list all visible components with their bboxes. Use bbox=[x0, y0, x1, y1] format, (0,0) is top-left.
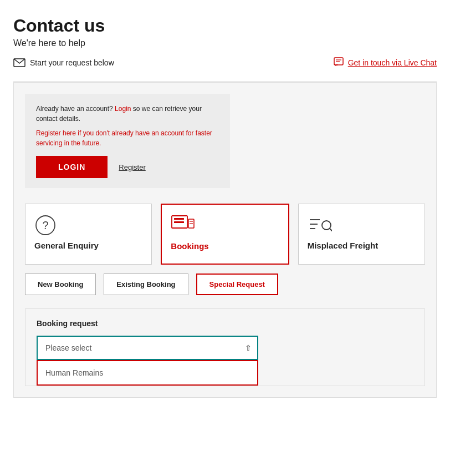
category-cards: ? General Enquiry Bookings bbox=[25, 204, 425, 265]
envelope-icon bbox=[13, 58, 25, 67]
category-card-general-enquiry[interactable]: ? General Enquiry bbox=[25, 204, 152, 265]
existing-booking-button[interactable]: Existing Booking bbox=[104, 274, 188, 295]
sub-buttons: New Booking Existing Booking Special Req… bbox=[25, 274, 425, 295]
booking-request-label: Booking request bbox=[37, 319, 413, 328]
login-row: LOGIN Register bbox=[36, 156, 219, 178]
bookings-icon bbox=[171, 215, 193, 235]
svg-rect-7 bbox=[174, 218, 184, 220]
login-box: Already have an account? Login so we can… bbox=[25, 94, 230, 188]
bookings-label: Bookings bbox=[171, 241, 208, 251]
chat-icon bbox=[334, 57, 345, 68]
general-enquiry-label: General Enquiry bbox=[34, 241, 99, 250]
page-title: Contact us bbox=[13, 16, 437, 36]
svg-rect-8 bbox=[174, 221, 184, 223]
live-chat-label[interactable]: Get in touch via Live Chat bbox=[348, 58, 437, 67]
start-request: Start your request below bbox=[13, 58, 114, 67]
category-card-bookings[interactable]: Bookings bbox=[161, 204, 289, 265]
login-button[interactable]: LOGIN bbox=[36, 156, 108, 178]
main-section: Already have an account? Login so we can… bbox=[13, 82, 437, 398]
top-bar: Start your request below Get in touch vi… bbox=[13, 57, 437, 68]
dropdown-option-human-remains[interactable]: Human Remains bbox=[37, 360, 258, 386]
login-link[interactable]: Login bbox=[115, 105, 131, 113]
svg-line-16 bbox=[330, 229, 332, 231]
page-container: Contact us We're here to help Start your… bbox=[0, 0, 450, 398]
general-enquiry-icon: ? bbox=[34, 214, 57, 234]
login-main-text: Already have an account? Login so we can… bbox=[36, 104, 219, 124]
new-booking-button[interactable]: New Booking bbox=[25, 274, 96, 295]
register-text: Register here if you don't already have … bbox=[36, 128, 219, 148]
page-subtitle: We're here to help bbox=[13, 38, 437, 48]
misplaced-freight-label: Misplaced Freight bbox=[308, 241, 379, 250]
booking-request-section: Booking request Please select Human Rema… bbox=[25, 308, 425, 386]
live-chat-link[interactable]: Get in touch via Live Chat bbox=[334, 57, 437, 68]
start-request-label: Start your request below bbox=[30, 58, 114, 67]
svg-text:?: ? bbox=[42, 219, 48, 231]
register-link-inline[interactable]: Register bbox=[36, 129, 61, 137]
misplaced-freight-icon bbox=[308, 214, 330, 234]
select-wrapper: Please select Human Remains ⇧ bbox=[37, 336, 258, 360]
category-card-misplaced-freight[interactable]: Misplaced Freight bbox=[298, 204, 425, 265]
booking-request-select[interactable]: Please select Human Remains bbox=[37, 336, 258, 360]
special-request-button[interactable]: Special Request bbox=[196, 274, 278, 295]
register-link[interactable]: Register bbox=[119, 163, 145, 171]
